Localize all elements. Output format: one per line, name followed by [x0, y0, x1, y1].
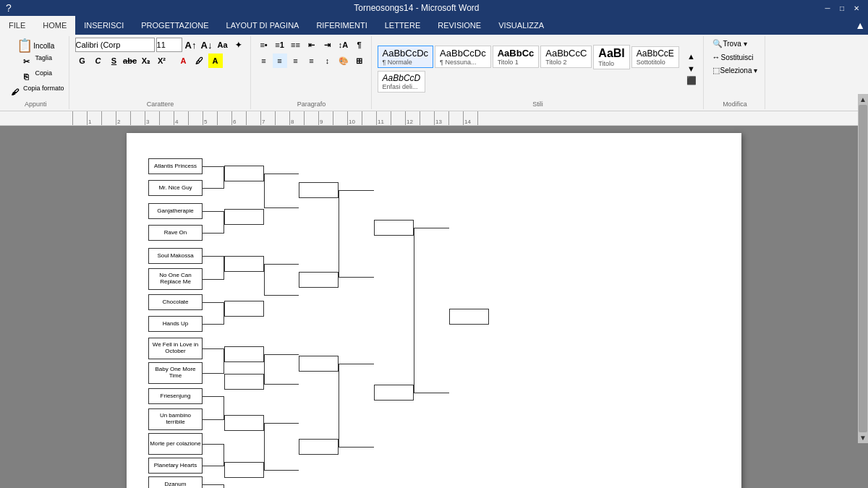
sort-button[interactable]: ↕A	[336, 38, 351, 52]
borders-button[interactable]: ⊞	[352, 53, 367, 68]
clear-format-button[interactable]: ✦	[231, 38, 246, 52]
tab-file[interactable]: FILE	[0, 16, 34, 35]
r2-5	[224, 346, 264, 362]
ribbon-collapse-icon[interactable]: ▲	[855, 20, 865, 31]
multilevel-button[interactable]: ≡≡	[289, 38, 303, 52]
subscript-button[interactable]: X₂	[139, 53, 153, 68]
r2-1	[224, 166, 264, 181]
sostituisci-button[interactable]: ↔ Sostituisci	[710, 51, 757, 63]
line-r1-14	[203, 466, 224, 466]
style-sottotitolo[interactable]: AaBbCcE Sottotitolo	[631, 46, 679, 68]
strikethrough-button[interactable]: abc	[123, 53, 137, 68]
shading-para-button[interactable]: 🎨	[336, 53, 351, 68]
line-r1-v8	[224, 484, 224, 488]
tab-inserisci[interactable]: INSERISCI	[75, 16, 132, 35]
tab-lettere[interactable]: LETTERE	[376, 16, 430, 35]
bold-button[interactable]: G	[75, 53, 90, 68]
trova-button[interactable]: 🔍 Trova ▾	[710, 38, 750, 50]
scroll-right[interactable]: ▲ ▼	[858, 126, 868, 443]
copia-formato-button[interactable]: 🖌	[7, 85, 22, 99]
line-r1-15	[203, 484, 224, 485]
line-r1-4	[203, 233, 224, 234]
scroll-down-arrow[interactable]: ▼	[859, 434, 867, 442]
styles-down-button[interactable]: ▼	[684, 62, 699, 74]
r4-2	[374, 385, 414, 401]
tab-riferimenti[interactable]: RIFERIMENTI	[307, 16, 375, 35]
font-size-input[interactable]	[156, 38, 182, 52]
close-button[interactable]: ✕	[851, 3, 862, 13]
font-shrink-button[interactable]: A↓	[200, 38, 214, 52]
superscript-button[interactable]: X²	[155, 53, 169, 68]
styles-up-button[interactable]: ▲	[684, 51, 699, 63]
entry-1: Atlantis Princess	[148, 158, 203, 174]
line-r1-1	[203, 166, 224, 167]
r2-7	[224, 415, 264, 431]
line-r1-v7	[224, 444, 224, 466]
entry-10: Baby One More Time	[148, 362, 203, 384]
r2-3	[224, 256, 264, 272]
tab-revisione[interactable]: REVISIONE	[429, 16, 490, 35]
restore-button[interactable]: □	[836, 3, 848, 13]
line-r1-v3	[224, 256, 224, 279]
align-center-button[interactable]: ≡	[273, 53, 287, 68]
tab-visualizza[interactable]: VISUALIZZA	[490, 16, 553, 35]
change-case-button[interactable]: Aa	[216, 38, 230, 52]
tab-progettazione[interactable]: PROGETTAZIONE	[132, 16, 217, 35]
document-area: Atlantis Princess Mr. Nice Guy Ganjather…	[0, 126, 868, 488]
line-r4-h1b	[414, 393, 449, 393]
line-r2-h1b	[264, 207, 299, 208]
justify-button[interactable]: ≡	[305, 53, 319, 68]
shading-button[interactable]: A	[208, 53, 223, 68]
line-r3-h2b	[339, 447, 374, 448]
tab-layout[interactable]: LAYOUT DI PAGINA	[218, 16, 308, 35]
style-enfasi[interactable]: AaBbCcD Enfasi deli...	[378, 71, 426, 93]
font-name-input[interactable]	[75, 38, 155, 52]
seleziona-button[interactable]: ⬚ Seleziona ▾	[710, 64, 761, 77]
align-left-button[interactable]: ≡	[257, 53, 271, 68]
font-color-button[interactable]: A	[176, 53, 191, 68]
tab-home[interactable]: HOME	[34, 16, 75, 35]
decrease-indent-button[interactable]: ⇤	[305, 38, 319, 52]
increase-indent-button[interactable]: ⇥	[320, 38, 335, 52]
help-icon[interactable]: ?	[6, 2, 12, 14]
line-r1-11	[203, 396, 224, 397]
show-marks-button[interactable]: ¶	[352, 38, 367, 52]
underline-button[interactable]: S	[107, 53, 122, 68]
align-right-button[interactable]: ≡	[289, 53, 303, 68]
numbering-button[interactable]: ≡1	[273, 38, 287, 52]
line-spacing-button[interactable]: ↕	[320, 53, 335, 68]
line-r3-h1b	[339, 277, 374, 278]
styles-more-button[interactable]: ⬛	[684, 74, 699, 87]
incolla-button[interactable]: 📋 Incolla	[14, 38, 57, 53]
line-r2-v4	[264, 423, 265, 470]
line-r2-v1	[264, 174, 265, 208]
highlight-button[interactable]: 🖊	[192, 53, 207, 68]
style-titolo[interactable]: AaBl Titolo	[593, 45, 629, 69]
style-titolo1[interactable]: AaBbCc Titolo 1	[493, 46, 540, 68]
line-r3-h2a	[339, 364, 374, 364]
r3-4	[299, 439, 339, 455]
minimize-button[interactable]: ─	[822, 3, 833, 13]
line-r1-7	[203, 302, 224, 303]
line-r3-v1	[339, 190, 339, 277]
copia-button[interactable]: ⎘	[20, 69, 34, 84]
line-r1-10	[203, 373, 224, 374]
bullets-button[interactable]: ≡•	[257, 38, 271, 52]
line-r4-h1a	[414, 228, 449, 228]
document-page[interactable]: Atlantis Princess Mr. Nice Guy Ganjather…	[127, 133, 741, 488]
style-nessuna[interactable]: AaBbCcDc ¶ Nessuna...	[435, 46, 491, 68]
entry-12: Un bambino terribile	[148, 408, 203, 430]
entry-3: Ganjatherapie	[148, 203, 203, 219]
taglia-button[interactable]: ✂	[20, 54, 34, 69]
line-r1-v5	[224, 348, 224, 373]
line-r2-v3	[264, 354, 265, 385]
font-grow-button[interactable]: A↑	[184, 38, 198, 52]
group-modifica: 🔍 Trova ▾ ↔ Sostituisci ⬚ Seleziona ▾ Mo…	[705, 36, 766, 109]
style-normale[interactable]: AaBbCcDc ¶ Normale	[378, 46, 434, 68]
line-r2-h4a	[264, 423, 299, 424]
style-titolo2[interactable]: AaBbCcC Titolo 2	[540, 46, 592, 68]
group-modifica-label: Modifica	[723, 100, 747, 108]
scroll-thumb[interactable]	[859, 126, 867, 432]
ribbon-tabs: FILE HOME INSERISCI PROGETTAZIONE LAYOUT…	[0, 16, 868, 35]
italic-button[interactable]: C	[91, 53, 106, 68]
